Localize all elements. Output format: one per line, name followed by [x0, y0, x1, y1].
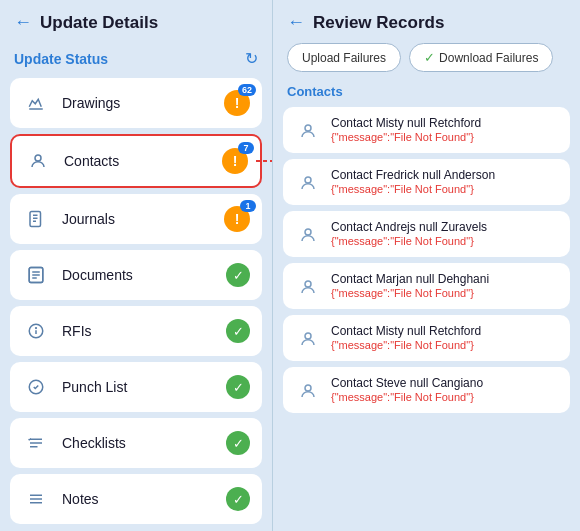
- upload-failures-label: Upload Failures: [302, 51, 386, 65]
- punchlist-label: Punch List: [62, 379, 214, 395]
- update-status-label: Update Status: [14, 51, 108, 67]
- checklists-icon: [22, 429, 50, 457]
- refresh-icon[interactable]: ↻: [245, 49, 258, 68]
- notes-check-icon: ✓: [226, 487, 250, 511]
- drawings-count: 62: [238, 84, 256, 96]
- record-text: Contact Steve null Cangiano {"message":"…: [331, 376, 483, 403]
- tab-row: Upload Failures ✓ Download Failures: [273, 43, 580, 82]
- documents-label: Documents: [62, 267, 214, 283]
- record-text: Contact Marjan null Dehghani {"message":…: [331, 272, 489, 299]
- records-list: Contact Misty null Retchford {"message":…: [273, 107, 580, 413]
- journals-icon: [22, 205, 50, 233]
- record-text: Contact Andrejs null Zuravels {"message"…: [331, 220, 487, 247]
- right-header: ← Review Records: [273, 0, 580, 43]
- svg-point-25: [305, 229, 311, 235]
- left-panel: ← Update Details Update Status ↻ Drawing…: [0, 0, 272, 531]
- record-error: {"message":"File Not Found"}: [331, 131, 481, 143]
- notes-icon: [22, 485, 50, 513]
- record-error: {"message":"File Not Found"}: [331, 183, 495, 195]
- notes-list-item[interactable]: Notes ✓: [10, 474, 262, 524]
- documents-list-item[interactable]: Documents ✓: [10, 250, 262, 300]
- contacts-count: 7: [238, 142, 254, 154]
- record-error: {"message":"File Not Found"}: [331, 391, 483, 403]
- download-failures-tab[interactable]: ✓ Download Failures: [409, 43, 553, 72]
- record-name: Contact Andrejs null Zuravels: [331, 220, 487, 234]
- drawings-label: Drawings: [62, 95, 212, 111]
- record-item[interactable]: Contact Steve null Cangiano {"message":"…: [283, 367, 570, 413]
- record-person-icon: [295, 378, 321, 404]
- upload-failures-tab[interactable]: Upload Failures: [287, 43, 401, 72]
- documents-icon: [22, 261, 50, 289]
- record-item[interactable]: Contact Fredrick null Anderson {"message…: [283, 159, 570, 205]
- record-name: Contact Misty null Retchford: [331, 324, 481, 338]
- right-panel-title: Review Records: [313, 13, 444, 33]
- rfis-label: RFIs: [62, 323, 214, 339]
- contacts-badge: ! 7: [222, 148, 248, 174]
- download-check-icon: ✓: [424, 50, 435, 65]
- rfis-check-icon: ✓: [226, 319, 250, 343]
- record-text: Contact Misty null Retchford {"message":…: [331, 324, 481, 351]
- record-name: Contact Misty null Retchford: [331, 116, 481, 130]
- right-back-button[interactable]: ←: [287, 12, 305, 33]
- left-header: ← Update Details: [0, 0, 272, 43]
- rfis-icon: [22, 317, 50, 345]
- checklists-list-item[interactable]: Checklists ✓: [10, 418, 262, 468]
- left-back-button[interactable]: ←: [14, 12, 32, 33]
- contacts-icon: [24, 147, 52, 175]
- svg-point-26: [305, 281, 311, 287]
- svg-point-27: [305, 333, 311, 339]
- items-list: Drawings ! 62 Contacts ! 7: [0, 78, 272, 524]
- right-panel: ← Review Records Upload Failures ✓ Downl…: [273, 0, 580, 531]
- record-error: {"message":"File Not Found"}: [331, 287, 489, 299]
- list-item[interactable]: Drawings ! 62: [10, 78, 262, 128]
- checklists-label: Checklists: [62, 435, 214, 451]
- documents-check-icon: ✓: [226, 263, 250, 287]
- notes-label: Notes: [62, 491, 214, 507]
- download-failures-label: Download Failures: [439, 51, 538, 65]
- journals-list-item[interactable]: Journals ! 1: [10, 194, 262, 244]
- update-status-row: Update Status ↻: [0, 43, 272, 78]
- contacts-label: Contacts: [64, 153, 210, 169]
- record-item[interactable]: Contact Marjan null Dehghani {"message":…: [283, 263, 570, 309]
- record-person-icon: [295, 118, 321, 144]
- record-error: {"message":"File Not Found"}: [331, 339, 481, 351]
- punchlist-check-icon: ✓: [226, 375, 250, 399]
- record-name: Contact Marjan null Dehghani: [331, 272, 489, 286]
- drawings-badge: ! 62: [224, 90, 250, 116]
- svg-point-23: [305, 125, 311, 131]
- svg-point-24: [305, 177, 311, 183]
- checklists-check-icon: ✓: [226, 431, 250, 455]
- record-name: Contact Fredrick null Anderson: [331, 168, 495, 182]
- journals-label: Journals: [62, 211, 212, 227]
- record-item[interactable]: Contact Andrejs null Zuravels {"message"…: [283, 211, 570, 257]
- journals-badge: ! 1: [224, 206, 250, 232]
- record-name: Contact Steve null Cangiano: [331, 376, 483, 390]
- rfis-list-item[interactable]: RFIs ✓: [10, 306, 262, 356]
- contacts-section-label: Contacts: [273, 82, 580, 107]
- record-item[interactable]: Contact Misty null Retchford {"message":…: [283, 107, 570, 153]
- journals-count: 1: [240, 200, 256, 212]
- record-error: {"message":"File Not Found"}: [331, 235, 487, 247]
- svg-point-28: [305, 385, 311, 391]
- record-text: Contact Misty null Retchford {"message":…: [331, 116, 481, 143]
- record-item[interactable]: Contact Misty null Retchford {"message":…: [283, 315, 570, 361]
- drawings-icon: [22, 89, 50, 117]
- punchlist-icon: [22, 373, 50, 401]
- record-text: Contact Fredrick null Anderson {"message…: [331, 168, 495, 195]
- record-person-icon: [295, 170, 321, 196]
- punchlist-list-item[interactable]: Punch List ✓: [10, 362, 262, 412]
- record-person-icon: [295, 222, 321, 248]
- dashed-arrow: [256, 154, 272, 168]
- left-panel-title: Update Details: [40, 13, 158, 33]
- contacts-list-item[interactable]: Contacts ! 7: [10, 134, 262, 188]
- record-person-icon: [295, 274, 321, 300]
- svg-point-1: [35, 155, 41, 161]
- record-person-icon: [295, 326, 321, 352]
